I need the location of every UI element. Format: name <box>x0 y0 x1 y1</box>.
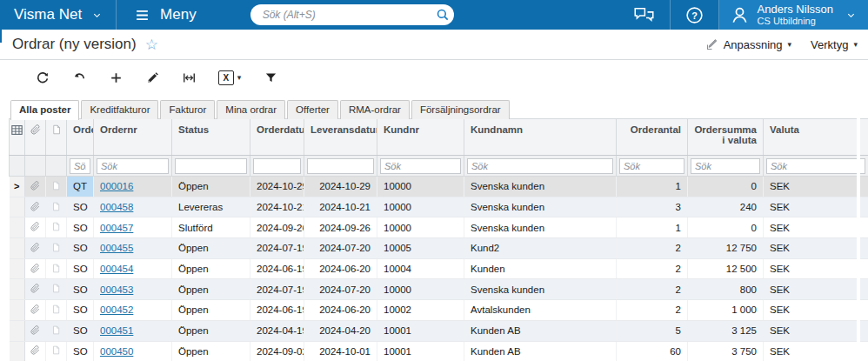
cell-type[interactable]: SO <box>67 279 94 300</box>
cell-status[interactable]: Öppen <box>172 300 250 321</box>
cell-kundnr[interactable]: 10000 <box>377 177 464 197</box>
cell-valuta[interactable]: SEK <box>764 279 868 300</box>
cell-kundnr[interactable]: 10001 <box>377 320 464 341</box>
user-menu[interactable]: Anders Nilsson CS Utbildning <box>719 0 868 30</box>
cell-orderdatum[interactable]: 2024-10-21 <box>250 197 304 217</box>
row-selector[interactable] <box>10 341 25 361</box>
cell-ordersumma[interactable]: 3 750 <box>688 341 764 361</box>
cell-ordersumma[interactable]: 1 000 <box>688 300 764 321</box>
cell-ordernr[interactable]: 000458 <box>94 197 172 217</box>
cell-leveransdatum[interactable]: 2024-10-01 <box>304 341 377 361</box>
filter-ordernr-input[interactable] <box>97 158 169 174</box>
export-excel-button[interactable]: X ▾ <box>207 65 252 90</box>
tab-forsaljningsordrar[interactable]: Försäljningsordrar <box>411 100 510 119</box>
cell-ordersumma[interactable]: 240 <box>688 197 764 217</box>
attachment-cell[interactable] <box>25 197 46 217</box>
attachment-cell[interactable] <box>25 300 46 321</box>
cell-status[interactable]: Öppen <box>172 258 250 279</box>
cell-orderdatum[interactable]: 2024-07-19 <box>250 279 304 300</box>
cell-orderdatum[interactable]: 2024-09-26 <box>250 217 304 238</box>
edit-button[interactable] <box>134 65 170 90</box>
attachment-cell[interactable] <box>25 258 46 279</box>
cell-type[interactable]: SO <box>67 217 94 238</box>
cell-status[interactable]: Öppen <box>172 341 250 361</box>
cell-valuta[interactable]: SEK <box>764 238 868 259</box>
note-cell[interactable] <box>46 217 67 238</box>
table-row[interactable]: >QT000016Öppen2024-10-292024-10-2910000S… <box>10 177 868 197</box>
cell-ordersumma[interactable]: 0 <box>688 177 764 197</box>
filter-kundnamn-input[interactable] <box>467 158 613 174</box>
filter-orderdatum-input[interactable] <box>253 158 301 174</box>
filter-ordersumma-input[interactable] <box>691 158 760 174</box>
search-icon[interactable] <box>435 7 451 23</box>
order-link[interactable]: 000454 <box>100 264 133 274</box>
cell-ordersumma[interactable]: 3 125 <box>688 320 764 341</box>
note-cell[interactable] <box>46 177 67 197</box>
cell-orderdatum[interactable]: 2024-07-19 <box>250 238 304 259</box>
note-cell[interactable] <box>46 320 67 341</box>
cell-leveransdatum[interactable]: 2024-07-20 <box>304 279 377 300</box>
cell-valuta[interactable]: SEK <box>764 177 868 197</box>
cell-kundnamn[interactable]: Kunden AB <box>464 320 617 341</box>
note-cell[interactable] <box>46 238 67 259</box>
cell-type[interactable]: SO <box>67 300 94 321</box>
filter-ordertyp-input[interactable] <box>70 158 90 174</box>
cell-orderantal[interactable]: 2 <box>617 258 688 279</box>
cell-type[interactable]: SO <box>67 197 94 217</box>
table-row[interactable]: SO000454Öppen2024-06-192024-06-2010004Ku… <box>10 258 868 279</box>
note-cell[interactable] <box>46 341 67 361</box>
attachments-header[interactable] <box>25 119 46 156</box>
filter-button[interactable] <box>252 65 289 90</box>
filter-leveransdatum-input[interactable] <box>307 158 374 174</box>
cell-orderantal[interactable]: 5 <box>617 320 688 341</box>
cell-valuta[interactable]: SEK <box>764 258 868 279</box>
table-row[interactable]: SO000450Öppen2024-09-022024-10-0110001Ku… <box>10 341 868 361</box>
cell-status[interactable]: Öppen <box>172 177 250 197</box>
col-header-ordernr[interactable]: Ordernr <box>94 119 172 156</box>
cell-status[interactable]: Öppen <box>172 320 250 341</box>
row-settings-header[interactable] <box>10 119 25 156</box>
cell-kundnr[interactable]: 10002 <box>377 300 464 321</box>
cell-valuta[interactable]: SEK <box>764 217 868 238</box>
cell-orderantal[interactable]: 3 <box>617 197 688 217</box>
anpassning-dropdown[interactable]: Anpassning ▾ <box>705 38 791 51</box>
row-selector[interactable] <box>10 217 25 238</box>
cell-orderantal[interactable]: 2 <box>617 238 688 259</box>
order-link[interactable]: 000458 <box>100 202 133 212</box>
cell-leveransdatum[interactable]: 2024-04-20 <box>304 320 377 341</box>
cell-kundnamn[interactable]: Kund2 <box>464 238 617 259</box>
note-cell[interactable] <box>46 258 67 279</box>
col-header-kundnr[interactable]: Kundnr <box>377 119 464 156</box>
attachment-cell[interactable] <box>25 217 46 238</box>
row-selector[interactable] <box>10 258 25 279</box>
refresh-button[interactable] <box>24 65 61 90</box>
cell-type[interactable]: SO <box>67 258 94 279</box>
cell-orderantal[interactable]: 2 <box>617 279 688 300</box>
col-header-valuta[interactable]: Valuta <box>764 119 868 156</box>
row-selector[interactable] <box>10 238 25 259</box>
cell-ordernr[interactable]: 000016 <box>94 177 172 197</box>
tab-offerter[interactable]: Offerter <box>287 100 338 119</box>
cell-kundnamn[interactable]: Kunden AB <box>464 341 617 361</box>
cell-ordernr[interactable]: 000452 <box>94 300 172 321</box>
cell-leveransdatum[interactable]: 2024-06-20 <box>304 300 377 321</box>
cell-type[interactable]: SO <box>67 320 94 341</box>
attachment-cell[interactable] <box>25 341 46 361</box>
messages-button[interactable] <box>618 0 670 30</box>
order-link[interactable]: 000450 <box>100 346 133 357</box>
table-row[interactable]: SO000457Slutförd2024-09-262024-09-261000… <box>10 217 868 238</box>
cell-kundnamn[interactable]: Svenska kunden <box>464 279 617 300</box>
cell-ordernr[interactable]: 000454 <box>94 258 172 279</box>
col-header-status[interactable]: Status <box>172 119 250 156</box>
col-header-kundnamn[interactable]: Kundnamn <box>464 119 617 156</box>
cell-kundnr[interactable]: 10000 <box>377 217 464 238</box>
cell-kundnr[interactable]: 10000 <box>377 197 464 217</box>
order-link[interactable]: 000457 <box>100 223 133 233</box>
cell-ordersumma[interactable]: 800 <box>688 279 764 300</box>
tab-rma-ordrar[interactable]: RMA-ordrar <box>340 100 410 119</box>
cell-kundnr[interactable]: 10005 <box>377 238 464 259</box>
cell-type[interactable]: QT <box>67 177 94 197</box>
cell-ordernr[interactable]: 000455 <box>94 238 172 259</box>
cell-valuta[interactable]: SEK <box>764 320 868 341</box>
table-row[interactable]: SO000451Öppen2024-04-192024-04-2010001Ku… <box>10 320 868 341</box>
